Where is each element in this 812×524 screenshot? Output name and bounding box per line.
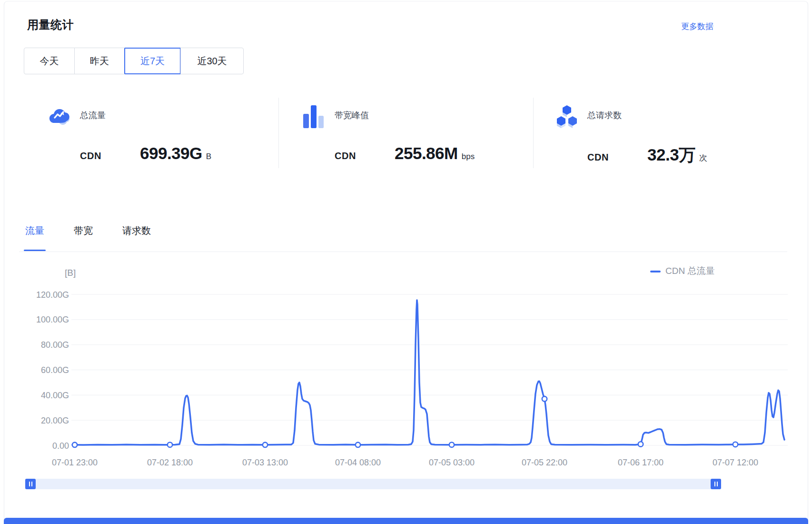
svg-text:100.00G: 100.00G: [36, 315, 69, 324]
svg-text:40.00G: 40.00G: [41, 391, 69, 400]
svg-text:07-05 03:00: 07-05 03:00: [429, 458, 475, 467]
traffic-line-chart[interactable]: 0.0020.00G40.00G60.00G80.00G100.00G120.0…: [0, 0, 812, 524]
svg-text:07-06 17:00: 07-06 17:00: [618, 458, 663, 467]
svg-text:07-04 08:00: 07-04 08:00: [335, 458, 381, 467]
svg-text:0.00: 0.00: [52, 441, 69, 451]
svg-text:07-05 22:00: 07-05 22:00: [522, 458, 567, 467]
datazoom-right-handle[interactable]: [711, 479, 721, 489]
datazoom-left-handle[interactable]: [25, 479, 36, 489]
svg-text:20.00G: 20.00G: [41, 416, 69, 425]
svg-text:07-07 12:00: 07-07 12:00: [713, 458, 758, 467]
svg-text:07-03 13:00: 07-03 13:00: [242, 458, 288, 467]
svg-text:07-01 23:00: 07-01 23:00: [52, 458, 98, 467]
svg-text:60.00G: 60.00G: [41, 365, 69, 375]
svg-text:120.00G: 120.00G: [36, 290, 69, 300]
svg-text:07-02 18:00: 07-02 18:00: [147, 458, 193, 467]
usage-statistics-panel: 用量统计 更多数据 今天 昨天 近7天 近30天 总流量 CDN 699.39G…: [0, 0, 812, 524]
svg-text:80.00G: 80.00G: [41, 340, 69, 350]
bottom-scrollbar[interactable]: [4, 518, 808, 524]
datazoom-slider-track[interactable]: [25, 479, 721, 489]
